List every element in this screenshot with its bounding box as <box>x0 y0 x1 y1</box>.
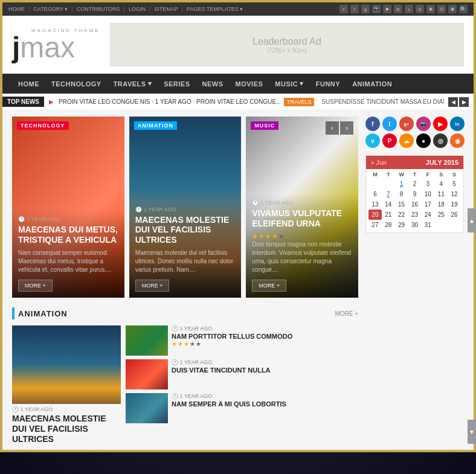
carousel-prev-arrow[interactable]: ‹ <box>326 121 339 135</box>
calendar-day[interactable]: 31 <box>421 220 434 230</box>
sidebar-social-spotify[interactable]: ● <box>416 133 431 148</box>
nav-music[interactable]: MUSIC ▾ <box>269 74 309 94</box>
music-card-time: 🕐 1 YEAR AGO <box>252 200 352 206</box>
social-instagram-icon[interactable]: 📷 <box>372 5 381 13</box>
calendar-day[interactable]: 29 <box>395 220 408 230</box>
nav-series[interactable]: SERIES <box>158 74 196 94</box>
carousel-next-arrow[interactable]: › <box>340 121 353 135</box>
animation-item-3-title: NAM SEMPER A MI QUIS LOBORTIS <box>172 400 358 408</box>
social-rss-icon[interactable]: ◉ <box>448 5 457 13</box>
topbar-nav-sitemap[interactable]: SITEMAP <box>154 6 178 12</box>
animation-more-button[interactable]: MORE + <box>135 280 170 292</box>
carousel-nav-arrows: ‹ › <box>326 121 353 135</box>
section-header-animation: ANIMATION MORE + <box>12 305 358 319</box>
sidebar-social-vimeo[interactable]: v <box>365 133 380 148</box>
sidebar-social-rss[interactable]: ◉ <box>450 133 465 148</box>
calendar-prev-button[interactable]: « Jun <box>371 159 387 166</box>
clock-icon: 🕐 <box>252 200 259 206</box>
calendar-day[interactable]: 12 <box>448 189 461 199</box>
search-icon[interactable]: 🔍 <box>459 5 468 13</box>
animation-more-link[interactable]: MORE + <box>335 310 358 317</box>
social-facebook-icon[interactable]: f <box>339 5 348 13</box>
calendar-day <box>368 179 382 189</box>
calendar-today[interactable]: 20 <box>368 210 382 220</box>
sidebar-social-soundcloud[interactable]: ☁ <box>399 133 414 148</box>
calendar-day[interactable]: 4 <box>434 179 448 189</box>
topbar-nav-pages[interactable]: PAGES TEMPLATES ▾ <box>187 6 243 12</box>
calendar-day[interactable]: 18 <box>434 199 448 210</box>
calendar-day[interactable]: 23 <box>408 210 422 220</box>
calendar-day[interactable]: 5 <box>448 179 461 189</box>
animation-item-1-info: 🕐 1 YEAR AGO NAM PORTTITOR TELLUS COMMOD… <box>172 325 358 347</box>
nav-home[interactable]: HOME <box>12 74 45 94</box>
nav-movies[interactable]: MOVIES <box>230 74 269 94</box>
calendar-day[interactable]: 22 <box>395 210 408 220</box>
calendar-day[interactable]: 24 <box>421 210 434 220</box>
nav-technology[interactable]: TECHNOLOGY <box>45 74 108 94</box>
sidebar-social-pinterest[interactable]: P <box>382 133 397 148</box>
animation-main-title: MAECENAS MOLESTIE DUI VEL FACILISIS ULTR… <box>12 414 121 444</box>
nav-funny[interactable]: FUNNY <box>310 74 346 94</box>
calendar-day[interactable]: 6 <box>368 189 382 199</box>
topbar-nav-category[interactable]: CATEGORY ▾ <box>33 6 68 12</box>
calendar-day[interactable]: 21 <box>382 210 395 220</box>
calendar-day[interactable]: 11 <box>434 189 448 199</box>
calendar-day[interactable]: 14 <box>382 199 395 210</box>
calendar-day[interactable]: 9 <box>408 189 422 199</box>
topbar-nav-login[interactable]: LOGIN <box>129 6 146 12</box>
calendar-day[interactable]: 10 <box>421 189 434 199</box>
travels-dropdown-arrow: ▾ <box>148 80 152 88</box>
technology-more-button[interactable]: MORE + <box>18 280 53 292</box>
animation-item-2-time: 🕐 1 YEAR AGO <box>172 359 358 365</box>
sidebar-social-gplus[interactable]: g+ <box>399 117 414 131</box>
animation-content: 🕐 1 YEAR AGO MAECENAS MOLESTIE DUI VEL F… <box>12 325 358 444</box>
calendar-day[interactable]: 8 <box>395 189 408 199</box>
calendar-day[interactable]: 25 <box>434 210 448 220</box>
animation-item-3-time: 🕐 1 YEAR AGO <box>172 393 358 399</box>
calendar-day[interactable]: 1 <box>395 179 408 189</box>
music-more-button[interactable]: MORE + <box>252 280 286 292</box>
social-vimeo-icon[interactable]: v <box>405 5 413 13</box>
sidebar-social-twitter[interactable]: t <box>382 117 397 131</box>
animation-item-3-info: 🕐 1 YEAR AGO NAM SEMPER A MI QUIS LOBORT… <box>172 393 358 408</box>
main-content: TECHNOLOGY 🕐 1 YEAR AGO MAECENAS DUI MET… <box>12 117 358 444</box>
calendar-day[interactable]: 2 <box>408 179 422 189</box>
nav-animation[interactable]: ANIMATION <box>346 74 398 94</box>
animation-card-overlay: 🕐 1 YEAR AGO MAECENAS MOLESTIE DUI VEL F… <box>129 200 242 298</box>
calendar-day[interactable]: 27 <box>368 220 382 230</box>
social-youtube-icon[interactable]: ▶ <box>383 5 391 13</box>
scrollbar-handle[interactable]: ▲ <box>468 208 476 232</box>
sidebar-social-linkedin[interactable]: in <box>450 117 465 131</box>
sidebar-social-facebook[interactable]: f <box>365 117 380 131</box>
topbar-nav-home[interactable]: HOME <box>8 6 25 12</box>
social-8-icon[interactable]: 8 <box>416 5 424 13</box>
social-twitter-icon[interactable]: t <box>350 5 359 13</box>
calendar-day[interactable]: 19 <box>448 199 461 210</box>
calendar-day[interactable]: 16 <box>408 199 422 210</box>
sidebar-social-github[interactable]: ◎ <box>433 133 448 148</box>
calendar-day[interactable]: 13 <box>368 199 382 210</box>
calendar-day[interactable]: 15 <box>395 199 408 210</box>
sidebar-social-youtube[interactable]: ▶ <box>433 117 448 131</box>
social-gplus-icon[interactable]: g <box>361 5 370 13</box>
calendar-day[interactable]: 17 <box>421 199 434 210</box>
nav-news[interactable]: NEWS <box>196 74 230 94</box>
topbar-nav-contributors[interactable]: CONTRIBUTORS <box>77 6 120 12</box>
social-gh-icon[interactable]: ◎ <box>437 5 446 13</box>
social-spotify-icon[interactable]: ◉ <box>426 5 435 13</box>
sidebar: f t g+ 📷 ▶ in v P ☁ ● ◎ ◉ « Jun JULY 201… <box>358 117 464 444</box>
sidebar-calendar: « Jun JULY 2015 M T W T F S S <box>365 155 464 233</box>
scrollbar-handle-down[interactable]: ▼ <box>468 420 476 444</box>
logo[interactable]: MAGAZINE THEME jmax <box>12 28 100 62</box>
calendar-day[interactable]: 26 <box>448 210 461 220</box>
ticker-prev-btn[interactable]: ◀ <box>448 97 458 107</box>
ticker-tag: TRAVELS <box>284 98 314 106</box>
ticker-next-btn[interactable]: ▶ <box>459 97 469 107</box>
sidebar-social-instagram[interactable]: 📷 <box>416 117 431 131</box>
nav-travels[interactable]: TRAVELS ▾ <box>108 74 158 94</box>
calendar-day[interactable]: 7 <box>382 189 395 199</box>
social-linkedin-icon[interactable]: in <box>394 5 402 13</box>
calendar-day[interactable]: 3 <box>421 179 434 189</box>
calendar-day[interactable]: 28 <box>382 220 395 230</box>
calendar-day[interactable]: 30 <box>408 220 422 230</box>
